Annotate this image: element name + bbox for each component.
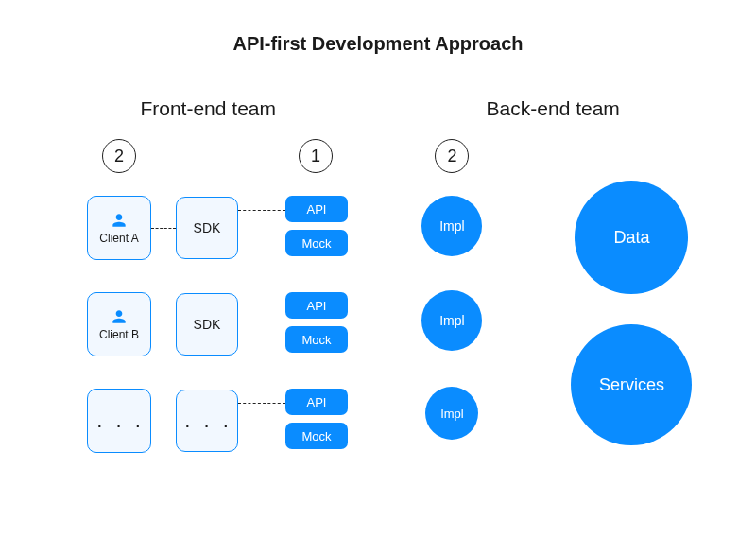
diagram-title: API-first Development Approach [0, 0, 756, 55]
impl-circle-3: Impl [425, 387, 478, 440]
frontend-badge-2: 2 [102, 139, 136, 173]
impl-circle-1: Impl [421, 196, 482, 256]
api-pill-2: API [285, 292, 348, 319]
services-circle: Services [571, 324, 692, 445]
client-b-label: Client B [99, 328, 139, 341]
client-b-box: Client B [87, 292, 151, 356]
backend-area: 2 Impl Impl Impl Data Services [406, 139, 699, 498]
backend-badge-2: 2 [435, 139, 469, 173]
sdk-box-1: SDK [176, 197, 238, 259]
backend-column: Back-end team 2 Impl Impl Impl Data Serv… [406, 97, 699, 504]
frontend-area: 2 1 Client A SDK API Mock Client B SDK A… [66, 139, 350, 498]
mock-pill-2: Mock [285, 326, 348, 353]
api-pill-3: API [285, 389, 348, 415]
sdk-box-2: SDK [176, 293, 238, 356]
client-a-box: Client A [87, 196, 151, 260]
data-circle: Data [575, 181, 688, 294]
client-ellipsis-box: . . . [87, 389, 151, 453]
user-icon [110, 307, 129, 326]
client-a-label: Client A [99, 232, 138, 245]
dash-connector [151, 228, 176, 229]
api-pill-1: API [285, 196, 348, 222]
vertical-divider [369, 97, 369, 504]
frontend-title: Front-end team [66, 97, 350, 120]
impl-circle-2: Impl [421, 290, 482, 351]
mock-pill-3: Mock [285, 423, 348, 449]
frontend-badge-1: 1 [299, 139, 333, 173]
columns: Front-end team 2 1 Client A SDK API Mock… [0, 97, 756, 504]
user-icon [110, 211, 129, 230]
sdk-ellipsis-box: . . . [176, 390, 238, 452]
mock-pill-1: Mock [285, 230, 348, 256]
dash-connector [238, 210, 285, 211]
dash-connector [238, 403, 285, 404]
backend-title: Back-end team [406, 97, 699, 120]
frontend-column: Front-end team 2 1 Client A SDK API Mock… [66, 97, 350, 504]
